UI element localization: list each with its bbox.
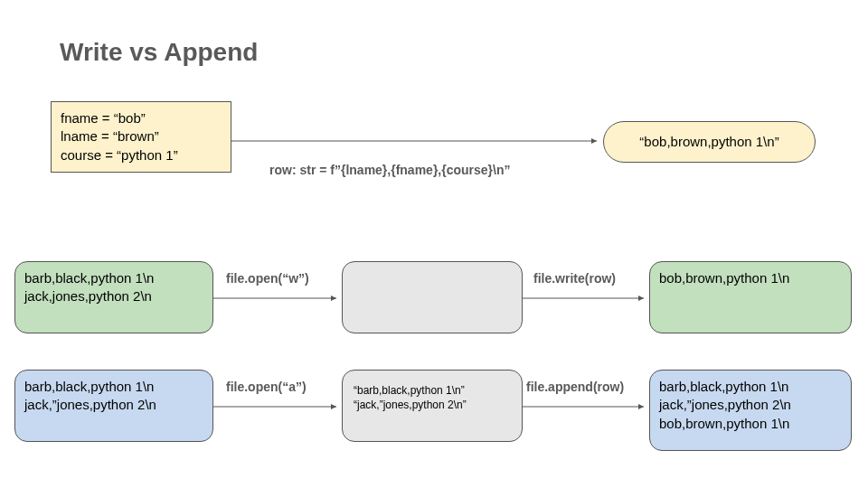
- page-title: Write vs Append: [60, 38, 258, 67]
- append-open-label: file.open(“a”): [226, 380, 307, 394]
- arrow-append-open: [213, 401, 342, 412]
- write-after-box: bob,brown,python 1\n: [649, 261, 852, 333]
- row-result-box: “bob,brown,python 1\n”: [603, 121, 816, 163]
- arrow-vars-to-result: [231, 136, 602, 154]
- arrow-write-write: [523, 293, 649, 304]
- write-before-box: barb,black,python 1\n jack,jones,python …: [14, 261, 213, 333]
- append-before-box: barb,black,python 1\n jack,”jones,python…: [14, 370, 213, 442]
- row-expression-label: row: str = f”{lname},{fname},{course}\n”: [269, 163, 510, 177]
- arrow-write-open: [213, 293, 342, 304]
- write-write-label: file.write(row): [533, 271, 616, 286]
- append-write-label: file.append(row): [526, 380, 624, 394]
- arrow-append-write: [523, 401, 649, 412]
- vars-box: fname = “bob” lname = “brown” course = “…: [51, 101, 231, 173]
- write-middle-box: [342, 261, 523, 333]
- write-open-label: file.open(“w”): [226, 271, 309, 286]
- append-middle-box: “barb,black,python 1\n” “jack,”jones,pyt…: [342, 370, 523, 442]
- append-after-box: barb,black,python 1\n jack,”jones,python…: [649, 370, 852, 451]
